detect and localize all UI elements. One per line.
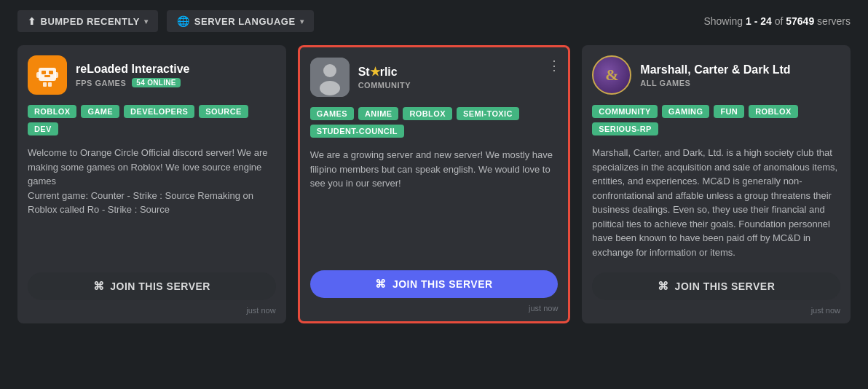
showing-suffix: servers xyxy=(814,15,851,27)
card-description-2: We are a growing server and new server! … xyxy=(300,144,569,264)
card-header-1: reLoaded Interactive FPS GAMES 54 ONLINE xyxy=(17,45,286,102)
server-category-row-3: ALL GAMES xyxy=(640,79,840,87)
server-card-3: & Marshall, Carter & Dark Ltd ALL GAMES … xyxy=(582,45,851,323)
join-label-2: JOIN THIS SERVER xyxy=(392,278,493,290)
join-button-2[interactable]: ⌘ JOIN THIS SERVER xyxy=(310,270,559,298)
top-bar: ⬆ BUMPED RECENTLY ▾ 🌐 SERVER LANGUAGE ▾ … xyxy=(0,0,868,39)
svg-rect-2 xyxy=(49,71,53,74)
showing-count: 57649 xyxy=(786,15,814,27)
svg-rect-6 xyxy=(48,82,52,87)
tag-games-2: GAMES xyxy=(310,107,354,120)
tag-seriousrp-3: SERIOUS-RP xyxy=(592,122,658,135)
svg-rect-1 xyxy=(42,71,46,74)
tag-community-3: COMMUNITY xyxy=(592,105,657,118)
tag-anime-2: ANIME xyxy=(358,107,398,120)
svg-rect-4 xyxy=(55,72,58,78)
server-category-3: ALL GAMES xyxy=(640,79,690,87)
chevron-down-icon-2: ▾ xyxy=(300,17,304,25)
svg-rect-7 xyxy=(44,75,50,77)
timestamp-3: just now xyxy=(582,303,851,315)
upload-icon: ⬆ xyxy=(28,16,36,27)
page-wrapper: ⬆ BUMPED RECENTLY ▾ 🌐 SERVER LANGUAGE ▾ … xyxy=(0,0,868,323)
server-avatar-2 xyxy=(310,58,350,97)
server-category-row-2: COMMUNITY xyxy=(358,81,559,90)
tag-semitoxic-2: SEMI-TOXIC xyxy=(457,107,519,120)
svg-point-10 xyxy=(320,81,340,95)
ampersand-icon: & xyxy=(592,55,631,95)
avatar-icon-1 xyxy=(33,60,62,90)
card-header-2: St★rlic COMMUNITY ⋮ xyxy=(300,47,569,104)
discord-verify-icon-3: ⌘ xyxy=(658,280,669,293)
server-avatar-3: & xyxy=(592,55,631,95)
server-info-3: Marshall, Carter & Dark Ltd ALL GAMES xyxy=(640,63,840,87)
tag-source-1: SOURCE xyxy=(199,105,248,118)
server-language-label: SERVER LANGUAGE xyxy=(194,16,296,27)
tag-roblox-1: ROBLOX xyxy=(28,105,76,118)
server-name-1: reLoaded Interactive xyxy=(76,63,276,76)
showing-range: 1 - 24 xyxy=(746,15,772,27)
server-info-2: St★rlic COMMUNITY xyxy=(358,65,559,90)
server-card-2: St★rlic COMMUNITY ⋮ GAMES ANIME ROBLOX S… xyxy=(298,45,571,323)
three-dots-menu-2[interactable]: ⋮ xyxy=(548,58,561,74)
tag-dev-1: DEV xyxy=(28,122,58,135)
join-button-3[interactable]: ⌘ JOIN THIS SERVER xyxy=(592,272,840,300)
server-category-1: FPS GAMES xyxy=(76,79,126,87)
timestamp-2: just now xyxy=(300,301,569,313)
tag-developers-1: DEVELOPERS xyxy=(124,105,194,118)
bumped-recently-filter[interactable]: ⬆ BUMPED RECENTLY ▾ xyxy=(17,10,158,32)
tags-row-2: GAMES ANIME ROBLOX SEMI-TOXIC STUDENT-CO… xyxy=(300,104,569,144)
discord-verify-icon-2: ⌘ xyxy=(375,278,387,291)
card-header-3: & Marshall, Carter & Dark Ltd ALL GAMES xyxy=(582,45,851,102)
join-label-3: JOIN THIS SERVER xyxy=(675,280,776,292)
globe-icon: 🌐 xyxy=(177,15,190,27)
svg-rect-5 xyxy=(43,82,47,87)
showing-prefix: Showing xyxy=(703,15,746,27)
chevron-down-icon: ▾ xyxy=(144,17,149,25)
tag-roblox-3: ROBLOX xyxy=(749,105,797,118)
card-description-1: Welcome to Orange Circle Official discor… xyxy=(17,141,286,267)
server-info-1: reLoaded Interactive FPS GAMES 54 ONLINE xyxy=(76,63,276,87)
showing-of: of xyxy=(772,15,786,27)
join-label-1: JOIN THIS SERVER xyxy=(110,280,210,292)
avatar-person-icon xyxy=(310,58,350,97)
showing-count-text: Showing 1 - 24 of 57649 servers xyxy=(703,15,851,27)
timestamp-1: just now xyxy=(17,303,286,315)
tags-row-3: COMMUNITY GAMING FUN ROBLOX SERIOUS-RP xyxy=(582,102,851,141)
server-language-filter[interactable]: 🌐 SERVER LANGUAGE ▾ xyxy=(167,10,314,32)
filter-group: ⬆ BUMPED RECENTLY ▾ 🌐 SERVER LANGUAGE ▾ xyxy=(17,10,314,32)
tag-fun-3: FUN xyxy=(714,105,744,118)
server-name-3: Marshall, Carter & Dark Ltd xyxy=(640,63,840,76)
tag-roblox-2: ROBLOX xyxy=(403,107,451,120)
server-name-2: St★rlic xyxy=(358,65,559,79)
server-card-1: reLoaded Interactive FPS GAMES 54 ONLINE… xyxy=(17,45,286,323)
tag-gaming-3: GAMING xyxy=(662,105,710,118)
tag-game-1: GAME xyxy=(81,105,119,118)
bumped-recently-label: BUMPED RECENTLY xyxy=(41,16,140,27)
server-category-2: COMMUNITY xyxy=(358,81,411,90)
server-avatar-1 xyxy=(28,55,67,95)
tags-row-1: ROBLOX GAME DEVELOPERS SOURCE DEV xyxy=(17,102,286,141)
svg-point-9 xyxy=(323,64,336,77)
tag-studentcouncil-2: STUDENT-COUNCIL xyxy=(310,125,404,138)
join-button-1[interactable]: ⌘ JOIN THIS SERVER xyxy=(28,272,276,300)
card-description-3: Marshall, Carter, and Dark, Ltd. is a hi… xyxy=(582,141,851,267)
svg-rect-0 xyxy=(39,68,56,81)
svg-rect-3 xyxy=(36,72,40,78)
server-cards-container: reLoaded Interactive FPS GAMES 54 ONLINE… xyxy=(0,39,868,323)
server-category-row-1: FPS GAMES 54 ONLINE xyxy=(76,78,276,87)
online-badge-1: 54 ONLINE xyxy=(132,78,180,87)
discord-verify-icon-1: ⌘ xyxy=(93,280,105,293)
